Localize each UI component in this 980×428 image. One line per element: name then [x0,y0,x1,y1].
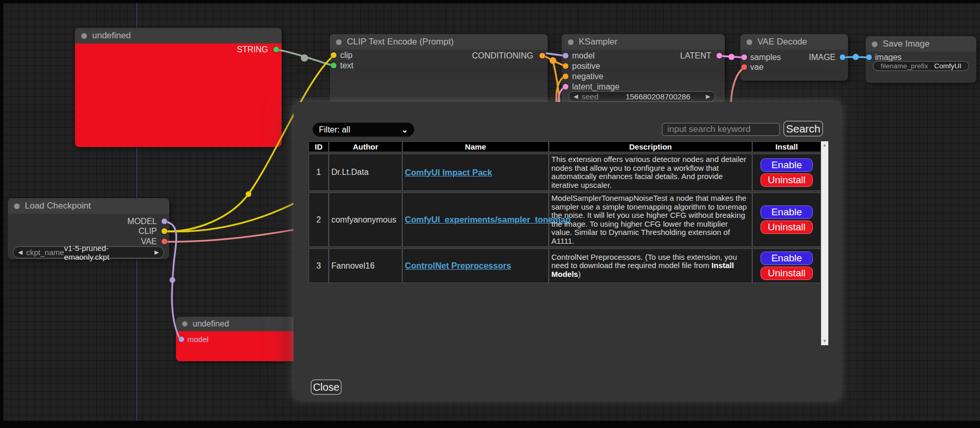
input-port-clip[interactable] [331,52,337,58]
column-header-author: Author [329,141,402,152]
node-save-image[interactable]: Save Image images filename_prefix ComfyU… [866,36,976,83]
chevron-down-icon: ⌄ [401,126,408,134]
input-port-positive[interactable] [563,63,568,69]
node-title-label: undefined [92,31,131,41]
output-label-model: MODEL [127,217,157,226]
input-port-samples[interactable] [741,54,747,60]
cell-author: Dr.Lt.Data [329,154,402,191]
node-title-label: Save Image [883,39,930,49]
seed-widget[interactable]: ◀ seed 156680208700286 ▶ [568,91,715,102]
column-header-install: Install [752,141,821,152]
input-label-positive: positive [572,62,600,71]
node-load-checkpoint[interactable]: Load Checkpoint MODEL CLIP VAE ◀ ckpt_na… [8,198,169,259]
extension-link[interactable]: ComfyUI Impact Pack [405,168,492,177]
cell-author: Fannovel16 [329,248,402,283]
node-body [75,43,282,147]
node-undefined-top[interactable]: undefined STRING [75,28,282,147]
node-title-bar[interactable]: undefined [75,28,282,43]
next-arrow-icon[interactable]: ▶ [155,249,159,255]
cell-description: ModelSamplerTonemapNoiseTest a node that… [549,193,752,247]
cell-id: 2 [309,193,329,247]
node-title-label: KSampler [579,37,618,47]
extension-manager-dialog: Filter: all ⌄ Search ID Author Name Desc… [294,102,841,400]
seed-widget-name: seed [581,92,598,101]
output-label-conditioning: CONDITIONING [472,51,533,61]
node-status-dot-icon [14,203,20,209]
node-ksampler[interactable]: KSampler model positive negative latent_… [562,34,725,109]
input-port-latent-image[interactable] [563,84,568,90]
output-port-string[interactable] [273,47,279,52]
node-vae-decode[interactable]: VAE Decode samples vae IMAGE [740,34,848,81]
input-label-latent-image: latent_image [572,82,620,92]
input-port-model[interactable] [179,336,184,342]
increment-arrow-icon[interactable]: ▶ [706,94,710,99]
node-title-label: undefined [193,319,229,329]
enable-button[interactable]: Enable [760,252,813,265]
enable-button[interactable]: Enable [760,158,813,172]
search-button[interactable]: Search [783,121,823,137]
table-row: 1 Dr.Lt.Data ComfyUI Impact Pack This ex… [309,154,821,191]
input-label-vae: vae [750,63,764,72]
column-header-name: Name [402,141,549,152]
output-port-vae[interactable] [162,239,167,244]
input-port-negative[interactable] [563,73,568,79]
ckpt-widget-name: ckpt_name [26,248,64,257]
uninstall-button[interactable]: Uninstall [760,173,813,187]
filename-prefix-name: filename_prefix [881,62,928,70]
input-port-model[interactable] [563,53,568,58]
filter-selected-value: Filter: all [319,125,350,135]
extension-link[interactable]: ComfyUI_experiments/sampler_tonemap [405,215,571,224]
scroll-up-icon[interactable]: ▲ [823,141,827,149]
node-status-dot-icon [747,39,752,45]
close-button[interactable]: Close [311,379,342,395]
input-label-text: text [340,61,354,70]
output-port-model[interactable] [162,218,167,224]
node-title-bar[interactable]: CLIP Text Encode (Prompt) [330,34,548,50]
node-undefined-bottom[interactable]: undefined model [176,317,305,361]
input-port-text[interactable] [331,63,337,68]
node-clip-text-encode[interactable]: CLIP Text Encode (Prompt) clip text COND… [330,34,548,112]
extension-table: ID Author Name Description Install 1 Dr.… [309,140,821,285]
previous-arrow-icon[interactable]: ◀ [18,249,22,255]
ckpt-name-widget[interactable]: ◀ ckpt_name v1-5-pruned-emaonly.ckpt ▶ [13,246,164,258]
node-title-bar[interactable]: Load Checkpoint [8,198,169,214]
output-port-clip[interactable] [162,228,167,234]
filename-prefix-value: ComfyUI [934,62,961,70]
output-port-image[interactable] [840,54,845,60]
scroll-down-icon[interactable]: ▼ [823,337,827,345]
extension-table-container: ID Author Name Description Install 1 Dr.… [309,140,828,345]
seed-widget-value: 156680208700286 [625,92,690,101]
node-title-bar[interactable]: undefined [176,317,305,331]
node-title-bar[interactable]: Save Image [866,36,976,52]
output-port-conditioning[interactable] [539,53,545,58]
table-scrollbar[interactable]: ▲ ▼ [821,141,828,345]
filename-prefix-widget[interactable]: filename_prefix ComfyUI [873,61,969,71]
enable-button[interactable]: Enable [760,205,813,219]
table-row: 2 comfyanonymous ComfyUI_experiments/sam… [309,193,821,247]
node-status-dot-icon [336,39,342,45]
uninstall-button[interactable]: Uninstall [760,220,813,234]
decrement-arrow-icon[interactable]: ◀ [574,94,578,99]
output-label-clip: CLIP [138,227,157,236]
input-label-model: model [572,51,595,61]
node-title-bar[interactable]: KSampler [562,34,725,50]
output-label: STRING [237,45,268,54]
extension-link[interactable]: ControlNet Preprocessors [405,261,511,270]
search-input[interactable] [662,123,780,136]
node-title-label: VAE Decode [757,37,807,47]
input-port-vae[interactable] [741,64,747,70]
input-label-clip: clip [340,51,353,60]
node-status-dot-icon [81,33,87,39]
input-label-negative: negative [572,72,604,81]
output-label-image: IMAGE [809,53,836,62]
node-title-bar[interactable]: VAE Decode [740,34,848,50]
cell-id: 3 [309,248,329,283]
input-port-images[interactable] [866,54,872,60]
uninstall-button[interactable]: Uninstall [760,267,813,280]
table-row: 3 Fannovel16 ControlNet Preprocessors Co… [309,248,821,283]
input-label-samples: samples [750,53,781,62]
node-status-dot-icon [568,39,574,45]
output-port-latent[interactable] [716,53,722,58]
node-title-label: Load Checkpoint [25,201,91,211]
filter-select[interactable]: Filter: all ⌄ [313,123,414,137]
